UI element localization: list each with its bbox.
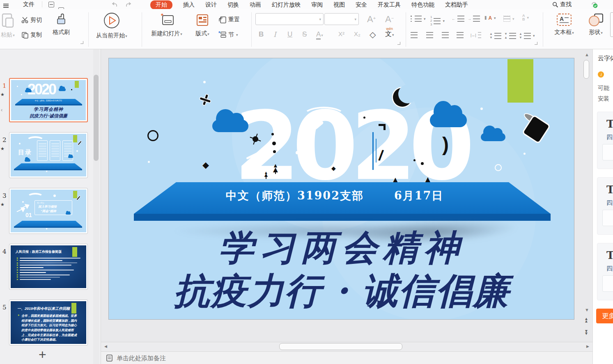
- format-painter-button[interactable]: 格式刷: [48, 12, 75, 36]
- ab-columns-button[interactable]: AB▾: [522, 14, 529, 21]
- platform-caption[interactable]: 中文（师范）31902支部 6月17日: [226, 188, 443, 203]
- tab-devtools[interactable]: 开发工具: [378, 1, 401, 9]
- font-color-button[interactable]: A▾: [316, 30, 323, 39]
- shapes-button[interactable]: 形状▾: [583, 12, 608, 36]
- distribute-button[interactable]: |↔|: [471, 32, 481, 38]
- slide-thumbnail-4[interactable]: 人民日报：政府工作报告极简版: [9, 244, 88, 290]
- thumb2-title: 目录: [18, 149, 32, 156]
- vertical-scrollbar-thumb[interactable]: [583, 60, 589, 79]
- save-icon[interactable]: [48, 2, 54, 7]
- editing-canvas: 2020 ◆ ◆ ▲▲ ▲▲ ▲ ▲ ) /: [101, 49, 592, 342]
- line-spacing-down-button[interactable]: ▼▲: [504, 32, 516, 39]
- add-slide-button[interactable]: +: [39, 347, 46, 362]
- font-card-2[interactable]: T 四: [597, 177, 613, 235]
- justify-button[interactable]: [457, 32, 464, 38]
- thumb2-toc-box: [37, 140, 48, 161]
- align-left-button[interactable]: [411, 32, 418, 38]
- underline-button[interactable]: U: [287, 30, 292, 39]
- decor-caret: ▼: [45, 170, 48, 173]
- thumbnails-scrollbar-thumb[interactable]: [94, 75, 99, 161]
- tab-transitions[interactable]: 切换: [227, 1, 239, 9]
- paste-button[interactable]: 粘贴▾: [1, 12, 15, 39]
- italic-button[interactable]: I: [273, 30, 276, 39]
- font-name-combo[interactable]: ▾: [255, 13, 324, 25]
- slide-title-line1[interactable]: 学习两会精神: [109, 224, 574, 272]
- decor-dot: [71, 89, 72, 90]
- font-shrink-button[interactable]: A−: [385, 14, 394, 25]
- tab-design[interactable]: 设计: [205, 1, 217, 9]
- scroll-right-arrow[interactable]: ▶: [586, 345, 589, 348]
- copy-icon: [21, 32, 29, 39]
- redo-icon[interactable]: [125, 2, 131, 7]
- numbering-button[interactable]: 123▾: [430, 16, 445, 26]
- font-dialog-launcher[interactable]: [397, 42, 400, 45]
- hamburger-icon[interactable]: [3, 3, 9, 9]
- boxed-list-button[interactable]: ▾: [503, 16, 514, 22]
- layout-button[interactable]: 版式▾: [190, 12, 215, 37]
- scroll-left-arrow[interactable]: ◀: [104, 345, 107, 348]
- clipped-ribbon-button[interactable]: [610, 12, 613, 37]
- next-slide-button[interactable]: ▼▼: [584, 330, 588, 335]
- clipboard-dialog-launcher[interactable]: [80, 41, 83, 44]
- textbox-button[interactable]: A 文本框▾: [549, 12, 579, 36]
- scroll-up-arrow[interactable]: ▲: [585, 53, 589, 57]
- paragraph-dialog-launcher[interactable]: [535, 42, 537, 45]
- slide-thumbnail-1[interactable]: 2020 中文（师范）31902支部 6月17日 学习两会精神 抗疫力行·诚信倡…: [9, 78, 88, 122]
- phonetic-guide-button[interactable]: wén 文▾: [385, 27, 394, 37]
- reset-button[interactable]: 重置: [218, 16, 240, 24]
- decor-cloud-left: [212, 120, 248, 132]
- tab-review[interactable]: 审阅: [311, 1, 323, 9]
- section-button[interactable]: * 节▾: [218, 31, 238, 39]
- decor-bracket: [379, 124, 386, 130]
- bullets-button[interactable]: ▾: [411, 16, 426, 22]
- menu-file[interactable]: 文件: [23, 1, 34, 8]
- decor-tree-small: ▲▲: [263, 172, 269, 179]
- tab-animation[interactable]: 动画: [250, 1, 261, 9]
- font-grow-button[interactable]: A+: [367, 14, 376, 25]
- slide-thumbnail-5[interactable]: 一、2019年和今年以来工作回顾 去年，我国发展面临诸多困难挑战。世界经济增长低…: [9, 300, 88, 346]
- undo-icon[interactable]: [112, 2, 118, 7]
- increase-indent-button[interactable]: →: [467, 16, 480, 22]
- tab-slideshow[interactable]: 幻灯片放映: [272, 1, 301, 9]
- horizontal-scrollbar-thumb[interactable]: [279, 343, 402, 350]
- line-spacing-up-button[interactable]: ▲▼: [489, 32, 501, 39]
- find-button[interactable]: 查找: [552, 1, 572, 8]
- slide-editor[interactable]: 2020 ◆ ◆ ▲▲ ▲▲ ▲ ▲ ) /: [108, 58, 574, 320]
- format-painter-icon: [55, 12, 68, 27]
- slide-thumbnail-3[interactable]: 第一部分 深入学习领悟 “两会”精神 01 ▼: [9, 188, 88, 234]
- tab-doc-assistant[interactable]: 文档助手: [445, 1, 468, 9]
- tab-insert[interactable]: 插入: [183, 1, 195, 9]
- line-spacing-button[interactable]: ▲▼▾: [519, 32, 535, 39]
- notes-bar[interactable]: 单击此处添加备注: [101, 352, 592, 364]
- clear-format-icon[interactable]: ◇: [370, 30, 376, 39]
- slide-title-line2[interactable]: 抗疫力行 · 诚信倡廉: [109, 267, 574, 316]
- decor-pen: [77, 140, 82, 146]
- text-direction-button[interactable]: ‖A▾: [484, 15, 496, 21]
- slide-thumbnail-2[interactable]: 目录 ▼: [9, 132, 88, 178]
- panel-hint-line2: 安装: [598, 95, 609, 103]
- tab-home[interactable]: 开始: [150, 0, 172, 9]
- font-card-3[interactable]: T 四: [597, 243, 613, 300]
- copy-button[interactable]: 复制: [21, 31, 42, 39]
- font-size-combo[interactable]: ▾: [324, 13, 359, 25]
- tab-security[interactable]: 安全: [356, 1, 367, 9]
- previous-slide-button[interactable]: ▲▲: [584, 318, 588, 323]
- bold-button[interactable]: B: [259, 30, 264, 39]
- align-right-button[interactable]: [442, 32, 449, 38]
- cut-button[interactable]: 剪切: [21, 16, 42, 24]
- play-from-current-button[interactable]: 从当前开始▾: [87, 11, 136, 39]
- decrease-indent-button[interactable]: ←: [452, 16, 464, 22]
- more-fonts-button[interactable]: 更多: [596, 309, 613, 323]
- new-slide-button[interactable]: * 新建幻灯片▾: [145, 12, 189, 37]
- horizontal-scrollbar[interactable]: ◀ ▶: [101, 342, 592, 352]
- strikethrough-button[interactable]: S: [302, 30, 307, 39]
- superscript-button[interactable]: X²: [338, 30, 344, 37]
- sync-check-icon[interactable]: [590, 1, 598, 8]
- subscript-button[interactable]: X₂: [354, 30, 360, 37]
- scroll-down-arrow[interactable]: ▼: [585, 308, 589, 312]
- collapse-panel-icon[interactable]: ‹: [1, 107, 2, 113]
- align-center-button[interactable]: [426, 32, 433, 38]
- font-card-1[interactable]: T 四: [597, 112, 613, 169]
- tab-view[interactable]: 视图: [333, 1, 345, 9]
- tab-features[interactable]: 特色功能: [411, 1, 434, 9]
